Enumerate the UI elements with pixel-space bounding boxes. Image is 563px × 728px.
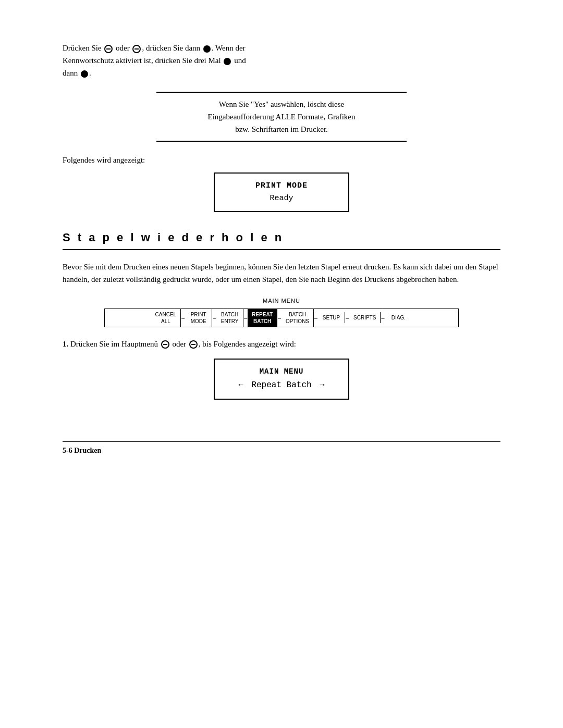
body-paragraph: Bevor Sie mit dem Drucken eines neuen St…	[63, 261, 500, 287]
main-menu-display: MAIN MENU ← Repeat Batch →	[214, 359, 349, 400]
menu-item-scripts[interactable]: SCRIPTS	[349, 312, 381, 323]
menu-item-batch-entry[interactable]: BATCHENTRY	[216, 309, 243, 327]
connector-3: –	[243, 313, 248, 323]
black-circle-icon-3	[81, 70, 88, 78]
black-circle-icon-2	[224, 58, 231, 65]
minus-circle-icon-3	[161, 340, 169, 349]
connector-1: –	[181, 313, 185, 323]
menu-item-diag[interactable]: DIAG.	[385, 312, 412, 323]
right-arrow-icon: →	[320, 379, 325, 392]
section-title: S t a p e l w i e d e r h o l e n	[63, 229, 500, 250]
main-menu-label: MAIN MENU	[63, 297, 500, 305]
left-arrow-icon: ←	[238, 379, 243, 392]
footer-label: 5-6 Drucken	[63, 447, 101, 454]
menu-item-print-mode[interactable]: PRINTMODE	[185, 309, 212, 327]
warning-line2: Eingabeaufforderung ALLE Formate, Grafik…	[208, 113, 356, 121]
menu-item-batch-options[interactable]: BATCHOPTIONS	[282, 309, 314, 327]
minus-circle-icon-2	[132, 45, 141, 53]
warning-block: Wenn Sie "Yes" auswählen, löscht diese E…	[156, 92, 407, 142]
folgendes-text: Folgendes wird angezeigt:	[63, 154, 500, 166]
menu-bar: CANCELALL – PRINTMODE – BATCHENTRY – REP…	[104, 309, 459, 327]
main-menu-display-title: MAIN MENU	[225, 366, 338, 378]
connector-4: –	[277, 313, 282, 323]
warning-line3: bzw. Schriftarten im Drucker.	[235, 125, 328, 133]
connector-6: –	[345, 313, 349, 323]
warning-line1: Wenn Sie "Yes" auswählen, löscht diese	[219, 100, 344, 108]
step-1-text: 1. Drücken Sie im Hauptmenü oder , bis F…	[63, 338, 500, 351]
menu-item-setup[interactable]: SETUP	[318, 312, 345, 323]
connector-2: –	[212, 313, 216, 323]
print-mode-display: PRINT MODE Ready	[214, 172, 349, 212]
minus-circle-icon-4	[189, 340, 198, 349]
black-circle-icon-1	[203, 45, 211, 53]
minus-circle-icon-1	[104, 45, 113, 53]
menu-item-cancel-all[interactable]: CANCELALL	[151, 309, 181, 327]
connector-5: –	[314, 313, 318, 323]
menu-item-repeat-batch[interactable]: REPEATBATCH	[248, 309, 277, 327]
footer: 5-6 Drucken	[63, 441, 500, 456]
print-mode-ready: Ready	[223, 192, 340, 205]
connector-7: –	[381, 313, 385, 323]
main-menu-display-nav: ← Repeat Batch →	[225, 378, 338, 392]
step-number: 1.	[63, 340, 68, 348]
repeat-batch-label: Repeat Batch	[251, 378, 311, 392]
intro-paragraph: Drücken Sie oder , drücken Sie dann . We…	[63, 42, 500, 79]
print-mode-title: PRINT MODE	[223, 180, 340, 192]
